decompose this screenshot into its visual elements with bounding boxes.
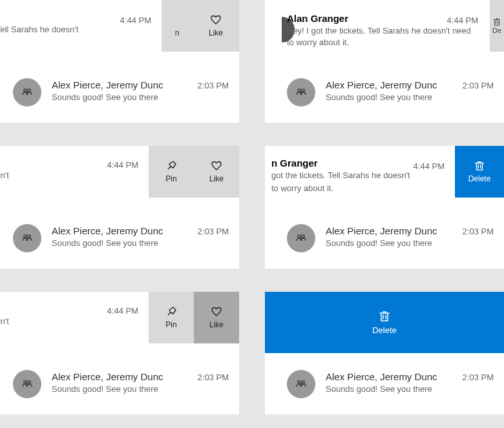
group-icon (21, 86, 34, 99)
message-time: 4:44 PM (414, 161, 445, 171)
group-avatar (13, 78, 41, 107)
trash-icon (492, 17, 501, 26)
message-time: 2:03 PM (463, 81, 494, 90)
sender-name: Alex Pierce, Jeremy Dunc (52, 225, 194, 236)
message-time: 2:03 PM (198, 227, 229, 236)
message-time: 4:44 PM (120, 15, 151, 25)
group-icon (21, 378, 34, 391)
message-preview: Sounds good! See you there (52, 238, 194, 249)
message-preview: Hey! I got the tickets. Tell Sarahs he d… (287, 25, 472, 48)
swipe-demo-panel-2: Alan Granger Hey! I got the tickets. Tel… (265, 0, 504, 123)
sender-name: Alex Pierce, Jeremy Dunc (326, 79, 459, 90)
delete-label: Delete (372, 325, 397, 335)
message-preview: Sounds good! See you there (326, 92, 459, 103)
pin-button[interactable]: Pin (149, 146, 194, 198)
pin-icon (165, 306, 177, 318)
group-avatar (13, 370, 41, 398)
heart-icon (211, 160, 222, 172)
message-time: 4:44 PM (107, 306, 138, 316)
conversation-item[interactable]: Alex Pierce, Jeremy Dunc Sounds good! Se… (265, 353, 504, 414)
pin-icon (165, 160, 177, 172)
swipe-demo-panel-1: anger he tickets. Tell Sarahs he doesn't… (0, 0, 239, 123)
message-preview: rry about it. (0, 37, 155, 48)
sender-name: Alan Granger (287, 13, 472, 24)
group-avatar (287, 370, 315, 398)
swipe-actions: Delete (455, 146, 504, 198)
swipe-actions: Pin Like (149, 146, 239, 198)
message-preview: Sounds good! See you there (52, 92, 194, 103)
delete-overlay[interactable]: Delete (265, 292, 504, 353)
message-time: 2:03 PM (198, 81, 229, 90)
conversation-item[interactable]: Alex Pierce, Jeremy Dunc Sounds good! Se… (265, 61, 504, 123)
message-preview: Sounds good! See you there (326, 238, 459, 249)
group-avatar (13, 224, 41, 252)
pin-label: Pin (165, 320, 176, 329)
message-preview: got the tickets. Tell Sarahs he doesn't (271, 170, 439, 181)
group-icon (295, 232, 308, 245)
message-preview: he tickets. Tell Sarahs he doesn't (0, 24, 155, 36)
conversation-item[interactable]: Alex Pierce, Jeremy Dunc Sounds good! Se… (0, 61, 239, 123)
group-avatar (287, 224, 315, 252)
message-preview: Sounds good! See you there (52, 383, 194, 395)
swipe-demo-panel-6: Delete Alex Pierce, Jeremy Dunc Sounds g… (265, 292, 504, 414)
conversation-item[interactable]: Alex Pierce, Jeremy Dunc Sounds good! Se… (0, 353, 239, 414)
swipe-demo-panel-3: er ets. Tell Sarahs he doesn't out it. 4… (0, 146, 239, 269)
group-icon (21, 232, 34, 245)
pin-button[interactable]: Pin (149, 292, 194, 343)
delete-peek[interactable]: De (490, 0, 504, 52)
like-label: Like (209, 28, 223, 37)
delete-label: Delete (468, 174, 491, 183)
message-time: 2:03 PM (463, 372, 494, 382)
group-avatar (287, 78, 315, 107)
message-time: 2:03 PM (463, 227, 494, 236)
like-button[interactable]: Like (193, 0, 239, 52)
like-button[interactable]: Like (194, 292, 239, 343)
swipe-demo-panel-4: n Granger got the tickets. Tell Sarahs h… (265, 146, 504, 269)
group-icon (295, 378, 308, 391)
swipe-actions: n Like (162, 0, 239, 52)
conversation-item[interactable]: Alex Pierce, Jeremy Dunc Sounds good! Se… (265, 207, 504, 269)
message-time: 4:44 PM (107, 160, 138, 170)
like-button[interactable]: Like (194, 146, 239, 198)
like-label: Like (209, 320, 224, 329)
trash-icon (378, 310, 391, 323)
swipe-actions: Pin Like (149, 292, 239, 343)
trash-icon (474, 160, 485, 172)
pin-label: Pin (165, 174, 176, 183)
group-icon (295, 86, 308, 99)
conversation-item[interactable]: Alan Granger Hey! I got the tickets. Tel… (265, 0, 504, 61)
heart-icon (210, 14, 222, 26)
message-preview: Sounds good! See you there (326, 383, 459, 395)
pin-button[interactable]: n (162, 0, 193, 52)
heart-icon (211, 306, 222, 318)
sender-name: Alex Pierce, Jeremy Dunc (52, 79, 194, 90)
message-time: 2:03 PM (198, 372, 229, 382)
swipe-demo-panel-5: er ets. Tell Sarahs he doesn't out it. 4… (0, 292, 239, 414)
sender-name: Alex Pierce, Jeremy Dunc (326, 225, 459, 236)
message-preview: to worry about it. (271, 183, 439, 194)
delete-button[interactable]: Delete (455, 146, 504, 198)
message-time: 4:44 PM (447, 15, 478, 25)
sender-name: Alex Pierce, Jeremy Dunc (52, 371, 194, 382)
sender-name: Alex Pierce, Jeremy Dunc (326, 371, 459, 382)
pin-label-partial: n (175, 28, 180, 37)
conversation-item[interactable]: Alex Pierce, Jeremy Dunc Sounds good! Se… (0, 207, 239, 269)
like-label: Like (209, 174, 224, 183)
